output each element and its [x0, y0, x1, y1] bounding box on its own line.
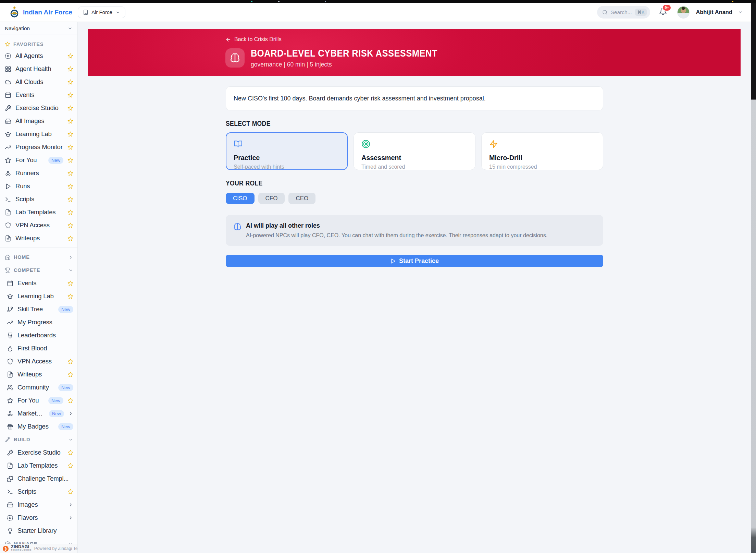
star-icon — [67, 105, 73, 111]
exercise-meta: governance | 60 min | 5 injects — [251, 61, 463, 68]
start-practice-button[interactable]: Start Practice — [226, 255, 603, 267]
sidebar-item-label: First Blood — [17, 345, 73, 352]
new-badge: New — [49, 410, 64, 417]
app-window: Indian Air Force Air Force Search... ⌘K … — [0, 3, 751, 553]
play-icon — [390, 258, 396, 264]
zindagi-brand-sub: TECHNOLOGIES — [11, 549, 32, 552]
org-selector-button[interactable]: Air Force — [78, 7, 125, 18]
sidebar-item-first-blood[interactable]: First Blood — [0, 342, 77, 355]
zap-icon — [489, 140, 498, 148]
sidebar-item-runners[interactable]: Runners — [0, 167, 77, 180]
sidebar-item-flavors[interactable]: Flavors — [0, 511, 77, 524]
role-pill-ciso[interactable]: CISO — [226, 193, 255, 204]
mode-card-row: PracticeSelf-paced with hintsAssessmentT… — [226, 132, 603, 170]
mode-card-micro-drill[interactable]: Micro-Drill15 min compressed — [481, 132, 603, 170]
notification-count-badge: 9+ — [662, 4, 671, 11]
sidebar-item-label: Progress Monitor — [15, 143, 63, 151]
role-pill-cfo[interactable]: CFO — [258, 193, 285, 204]
sidebar-item-label: Scripts — [15, 195, 63, 203]
sidebar-section-favorites: FAVORITES — [0, 39, 77, 49]
exercise-brain-chip — [225, 48, 245, 68]
sidebar-divider — [0, 248, 77, 248]
sidebar-item-label: Events — [17, 279, 63, 287]
sidebar-item-challenge-templ[interactable]: Challenge Templ... — [0, 472, 77, 485]
sidebar-section-label: COMPETE — [14, 267, 40, 273]
role-pill-ceo[interactable]: CEO — [288, 193, 315, 204]
star-icon — [67, 53, 73, 59]
grad-icon — [7, 293, 13, 300]
sidebar-item-my-badges[interactable]: My BadgesNew — [0, 420, 77, 433]
sidebar-item-label: Marketplace — [17, 410, 45, 417]
search-input[interactable]: Search... ⌘K — [597, 6, 650, 19]
chevron-down-icon — [115, 10, 120, 15]
sidebar-section-home[interactable]: HOME — [0, 251, 77, 264]
sidebar-section-build[interactable]: BUILD — [0, 433, 77, 446]
sidebar-item-writeups[interactable]: Writeups — [0, 232, 77, 245]
star-icon — [67, 280, 73, 286]
sidebar-section-compete[interactable]: COMPETE — [0, 264, 77, 277]
user-name[interactable]: Abhijit Anand — [696, 9, 732, 15]
droplet-icon — [7, 345, 13, 352]
sidebar-item-all-clouds[interactable]: All Clouds — [0, 75, 77, 88]
sidebar-item-lab-templates[interactable]: Lab Templates — [0, 459, 77, 472]
sidebar-item-agent-health[interactable]: Agent Health — [0, 62, 77, 75]
star-icon — [67, 144, 73, 150]
star-icon — [67, 118, 73, 124]
sidebar-item-images[interactable]: Images — [0, 498, 77, 511]
sidebar-nav-header[interactable]: Navigation — [0, 22, 77, 35]
nodes-icon — [7, 410, 13, 417]
notifications-button[interactable]: 9+ — [659, 8, 667, 17]
exercise-description-card: New CISO's first 100 days. Board demands… — [226, 86, 603, 110]
chevron-down-icon[interactable] — [738, 10, 743, 15]
sidebar-item-label: Challenge Templ... — [17, 475, 73, 482]
sidebar-item-exercise-studio[interactable]: Exercise Studio — [0, 101, 77, 115]
sidebar-item-learning-lab[interactable]: Learning Lab — [0, 128, 77, 141]
star-icon — [67, 450, 73, 456]
new-badge: New — [58, 423, 73, 430]
new-badge: New — [48, 397, 63, 404]
sidebar-item-community[interactable]: CommunityNew — [0, 381, 77, 394]
sidebar-item-marketplace[interactable]: MarketplaceNew — [0, 407, 77, 420]
sidebar-item-events[interactable]: Events — [0, 88, 77, 101]
sidebar-item-progress-monitor[interactable]: Progress Monitor — [0, 141, 77, 154]
star-icon — [67, 359, 73, 364]
sidebar-item-vpn-access[interactable]: VPN Access — [0, 355, 77, 368]
zindagi-logo-icon: ❯ — [3, 546, 9, 552]
brand: Indian Air Force — [10, 6, 72, 19]
sidebar-item-lab-templates[interactable]: Lab Templates — [0, 206, 77, 219]
sidebar-item-label: Lab Templates — [17, 462, 63, 469]
trend-icon — [7, 319, 13, 326]
user-avatar[interactable] — [677, 6, 690, 19]
sidebar-item-label: VPN Access — [15, 221, 63, 229]
sidebar-item-leaderboards[interactable]: Leaderboards — [0, 329, 77, 342]
sidebar-item-my-progress[interactable]: My Progress — [0, 316, 77, 329]
sidebar-item-skill-tree[interactable]: Skill TreeNew — [0, 303, 77, 316]
sidebar-item-scripts[interactable]: Scripts — [0, 193, 77, 206]
sidebar-item-writeups[interactable]: Writeups — [0, 368, 77, 381]
ai-note-title: AI will play all other roles — [246, 222, 547, 229]
sidebar-item-runs[interactable]: Runs — [0, 180, 77, 193]
brain-icon — [230, 53, 240, 63]
banner-title-block: BOARD-LEVEL CYBER RISK ASSESSMENT govern… — [251, 48, 463, 68]
search-shortcut-badge: ⌘K — [635, 9, 647, 16]
sidebar-item-for-you[interactable]: For YouNew — [0, 394, 77, 407]
mode-card-assessment[interactable]: AssessmentTimed and scored — [354, 132, 475, 170]
banner-title-row: BOARD-LEVEL CYBER RISK ASSESSMENT govern… — [225, 48, 603, 68]
sidebar-item-label: Runs — [15, 182, 63, 190]
ai-note-text: AI will play all other roles AI-powered … — [246, 222, 547, 239]
mode-name: Practice — [234, 154, 340, 162]
iaf-emblem-logo — [10, 6, 19, 19]
calendar-icon — [7, 280, 13, 287]
back-to-crisis-drills-link[interactable]: Back to Crisis Drills — [225, 36, 282, 43]
sidebar-item-vpn-access[interactable]: VPN Access — [0, 219, 77, 232]
sidebar-item-all-images[interactable]: All Images — [0, 115, 77, 128]
sidebar-item-events[interactable]: Events — [0, 277, 77, 290]
mode-card-practice[interactable]: PracticeSelf-paced with hints — [226, 132, 348, 170]
sidebar-item-all-agents[interactable]: All Agents — [0, 49, 77, 62]
sidebar-item-starter-library[interactable]: Starter Library — [0, 524, 77, 537]
sidebar-item-learning-lab[interactable]: Learning Lab — [0, 290, 77, 303]
sidebar-item-scripts[interactable]: Scripts — [0, 485, 77, 498]
sidebar-item-label: Skill Tree — [17, 305, 54, 313]
sidebar-item-for-you[interactable]: For YouNew — [0, 154, 77, 167]
sidebar-item-exercise-studio[interactable]: Exercise Studio — [0, 446, 77, 459]
